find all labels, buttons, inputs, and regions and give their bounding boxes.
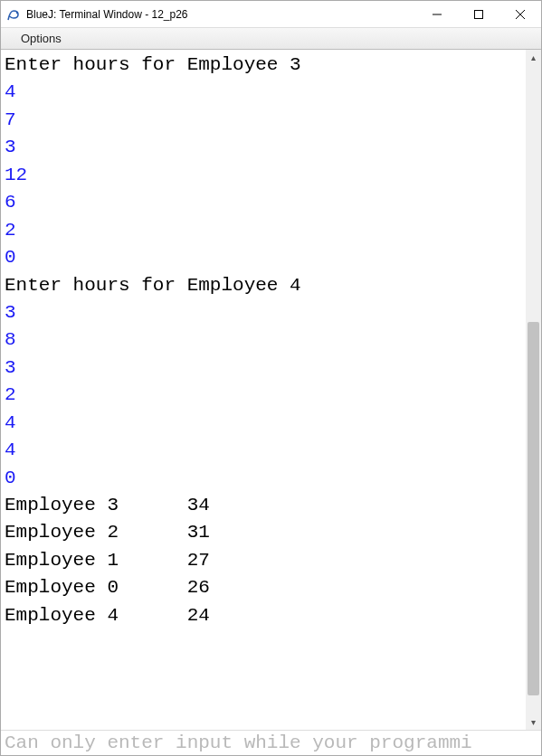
terminal-output-line: Enter hours for Employee 3 (5, 52, 537, 79)
terminal-wrap: Enter hours for Employee 347312620Enter … (1, 50, 541, 755)
terminal-input-line: 4 (5, 79, 537, 106)
terminal-input-field[interactable]: Can only enter input while your programm… (1, 730, 541, 755)
terminal-output-line: Employee 4 24 (5, 602, 537, 629)
scroll-up-arrow[interactable]: ▴ (526, 50, 541, 65)
terminal-output[interactable]: Enter hours for Employee 347312620Enter … (1, 50, 541, 730)
terminal-input-line: 12 (5, 162, 537, 189)
svg-point-0 (16, 11, 18, 13)
terminal-input-line: 4 (5, 437, 537, 464)
terminal-input-line: 2 (5, 217, 537, 244)
close-button[interactable] (499, 1, 541, 27)
terminal-input-line: 2 (5, 382, 537, 409)
svg-rect-2 (475, 10, 483, 18)
menubar: Options (1, 28, 541, 50)
scroll-thumb[interactable] (528, 322, 539, 696)
scroll-down-arrow[interactable]: ▾ (526, 714, 541, 730)
terminal-input-line: 0 (5, 465, 537, 492)
terminal-input-line: 0 (5, 244, 537, 271)
terminal-input-line: 3 (5, 299, 537, 326)
window-title: BlueJ: Terminal Window - 12_p26 (26, 8, 416, 21)
terminal-output-line: Enter hours for Employee 4 (5, 272, 537, 299)
minimize-button[interactable] (416, 1, 458, 27)
terminal-input-line: 3 (5, 134, 537, 161)
bluej-icon (6, 7, 21, 22)
menu-options[interactable]: Options (14, 30, 69, 47)
terminal-output-line: Employee 3 34 (5, 492, 537, 519)
terminal-output-line: Employee 1 27 (5, 547, 537, 574)
window-titlebar: BlueJ: Terminal Window - 12_p26 (1, 1, 541, 28)
maximize-button[interactable] (458, 1, 499, 27)
window-controls (416, 1, 541, 27)
terminal-input-line: 7 (5, 107, 537, 134)
terminal-output-line: Employee 0 26 (5, 574, 537, 601)
terminal-input-line: 3 (5, 354, 537, 382)
terminal-input-line: 8 (5, 326, 537, 354)
vertical-scrollbar[interactable]: ▴ ▾ (526, 50, 541, 730)
terminal-output-line: Employee 2 31 (5, 519, 537, 546)
terminal-input-line: 6 (5, 189, 537, 216)
terminal-input-line: 4 (5, 410, 537, 437)
